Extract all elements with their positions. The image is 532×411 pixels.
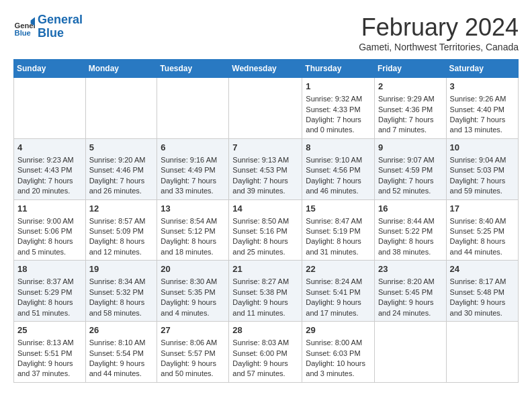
calendar-cell: 20Sunrise: 8:30 AM Sunset: 5:35 PM Dayli… [157, 261, 229, 322]
day-content: Sunrise: 8:03 AM Sunset: 6:00 PM Dayligh… [232, 338, 298, 379]
day-number: 10 [450, 142, 515, 154]
day-number: 3 [450, 81, 515, 93]
calendar-cell: 26Sunrise: 8:10 AM Sunset: 5:54 PM Dayli… [85, 322, 157, 383]
calendar-cell: 9Sunrise: 9:07 AM Sunset: 4:59 PM Daylig… [374, 138, 446, 199]
day-content: Sunrise: 9:13 AM Sunset: 4:53 PM Dayligh… [232, 155, 298, 197]
day-content: Sunrise: 8:30 AM Sunset: 5:35 PM Dayligh… [161, 277, 225, 318]
calendar-cell: 16Sunrise: 8:44 AM Sunset: 5:22 PM Dayli… [374, 199, 446, 261]
day-content: Sunrise: 9:00 AM Sunset: 5:06 PM Dayligh… [17, 216, 82, 258]
day-content: Sunrise: 8:24 AM Sunset: 5:41 PM Dayligh… [306, 277, 371, 318]
calendar-cell: 1Sunrise: 9:32 AM Sunset: 4:33 PM Daylig… [302, 78, 375, 139]
day-content: Sunrise: 8:00 AM Sunset: 6:03 PM Dayligh… [306, 338, 371, 379]
day-content: Sunrise: 8:57 AM Sunset: 5:09 PM Dayligh… [89, 216, 154, 258]
calendar-cell: 8Sunrise: 9:10 AM Sunset: 4:56 PM Daylig… [302, 138, 375, 199]
logo-icon: General Blue [13, 16, 35, 38]
day-number: 15 [306, 203, 371, 215]
day-number: 9 [378, 142, 443, 154]
day-number: 8 [306, 142, 371, 154]
day-content: Sunrise: 9:29 AM Sunset: 4:36 PM Dayligh… [378, 94, 443, 136]
col-wednesday: Wednesday [229, 60, 302, 78]
calendar-cell: 13Sunrise: 8:54 AM Sunset: 5:12 PM Dayli… [157, 199, 229, 261]
calendar-cell: 23Sunrise: 8:20 AM Sunset: 5:45 PM Dayli… [374, 261, 446, 322]
col-thursday: Thursday [302, 60, 375, 78]
calendar-cell: 15Sunrise: 8:47 AM Sunset: 5:19 PM Dayli… [302, 199, 375, 261]
day-number: 7 [232, 142, 298, 154]
calendar-cell: 5Sunrise: 9:20 AM Sunset: 4:46 PM Daylig… [85, 138, 157, 199]
day-content: Sunrise: 8:17 AM Sunset: 5:48 PM Dayligh… [450, 277, 515, 318]
col-tuesday: Tuesday [157, 60, 229, 78]
day-number: 11 [17, 203, 82, 215]
col-saturday: Saturday [446, 60, 518, 78]
calendar-week-1: 1Sunrise: 9:32 AM Sunset: 4:33 PM Daylig… [14, 78, 519, 139]
day-number: 29 [306, 324, 371, 336]
day-content: Sunrise: 8:50 AM Sunset: 5:16 PM Dayligh… [232, 216, 298, 258]
calendar-cell: 29Sunrise: 8:00 AM Sunset: 6:03 PM Dayli… [302, 322, 375, 383]
calendar-cell: 17Sunrise: 8:40 AM Sunset: 5:25 PM Dayli… [446, 199, 518, 261]
day-number: 1 [306, 81, 371, 93]
day-number: 20 [161, 263, 225, 275]
col-monday: Monday [85, 60, 157, 78]
day-content: Sunrise: 8:06 AM Sunset: 5:57 PM Dayligh… [161, 338, 225, 379]
calendar-cell: 21Sunrise: 8:27 AM Sunset: 5:38 PM Dayli… [229, 261, 302, 322]
calendar-table: Sunday Monday Tuesday Wednesday Thursday… [13, 59, 519, 383]
location-subtitle: Gameti, Northwest Territories, Canada [359, 42, 519, 52]
day-content: Sunrise: 9:16 AM Sunset: 4:49 PM Dayligh… [161, 155, 225, 197]
day-number: 19 [89, 263, 154, 275]
day-content: Sunrise: 8:13 AM Sunset: 5:51 PM Dayligh… [17, 338, 82, 379]
day-content: Sunrise: 9:32 AM Sunset: 4:33 PM Dayligh… [306, 94, 371, 136]
calendar-week-4: 18Sunrise: 8:37 AM Sunset: 5:29 PM Dayli… [14, 261, 519, 322]
day-number: 22 [306, 263, 371, 275]
logo-text: GeneralBlue [38, 13, 83, 40]
calendar-cell [446, 322, 518, 383]
calendar-cell: 6Sunrise: 9:16 AM Sunset: 4:49 PM Daylig… [157, 138, 229, 199]
day-content: Sunrise: 8:10 AM Sunset: 5:54 PM Dayligh… [89, 338, 154, 379]
day-number: 18 [17, 263, 82, 275]
logo: General Blue GeneralBlue [13, 13, 83, 40]
calendar-cell: 27Sunrise: 8:06 AM Sunset: 5:57 PM Dayli… [157, 322, 229, 383]
day-number: 24 [450, 263, 515, 275]
calendar-cell [374, 322, 446, 383]
calendar-cell: 18Sunrise: 8:37 AM Sunset: 5:29 PM Dayli… [14, 261, 86, 322]
day-content: Sunrise: 9:26 AM Sunset: 4:40 PM Dayligh… [450, 94, 515, 136]
calendar-cell: 11Sunrise: 9:00 AM Sunset: 5:06 PM Dayli… [14, 199, 86, 261]
day-number: 21 [232, 263, 298, 275]
day-number: 2 [378, 81, 443, 93]
day-number: 17 [450, 203, 515, 215]
calendar-cell [14, 78, 86, 139]
calendar-cell: 25Sunrise: 8:13 AM Sunset: 5:51 PM Dayli… [14, 322, 86, 383]
calendar-cell: 10Sunrise: 9:04 AM Sunset: 5:03 PM Dayli… [446, 138, 518, 199]
calendar-cell: 19Sunrise: 8:34 AM Sunset: 5:32 PM Dayli… [85, 261, 157, 322]
day-content: Sunrise: 9:23 AM Sunset: 4:43 PM Dayligh… [17, 155, 82, 197]
day-content: Sunrise: 9:04 AM Sunset: 5:03 PM Dayligh… [450, 155, 515, 197]
day-content: Sunrise: 8:27 AM Sunset: 5:38 PM Dayligh… [232, 277, 298, 318]
day-content: Sunrise: 8:34 AM Sunset: 5:32 PM Dayligh… [89, 277, 154, 318]
day-content: Sunrise: 8:20 AM Sunset: 5:45 PM Dayligh… [378, 277, 443, 318]
col-sunday: Sunday [14, 60, 86, 78]
calendar-cell: 28Sunrise: 8:03 AM Sunset: 6:00 PM Dayli… [229, 322, 302, 383]
calendar-header-row: Sunday Monday Tuesday Wednesday Thursday… [14, 60, 519, 78]
day-content: Sunrise: 8:54 AM Sunset: 5:12 PM Dayligh… [161, 216, 225, 258]
svg-text:Blue: Blue [15, 29, 31, 37]
day-content: Sunrise: 8:44 AM Sunset: 5:22 PM Dayligh… [378, 216, 443, 258]
day-number: 28 [232, 324, 298, 336]
day-content: Sunrise: 9:10 AM Sunset: 4:56 PM Dayligh… [306, 155, 371, 197]
day-number: 23 [378, 263, 443, 275]
calendar-week-5: 25Sunrise: 8:13 AM Sunset: 5:51 PM Dayli… [14, 322, 519, 383]
col-friday: Friday [374, 60, 446, 78]
day-number: 26 [89, 324, 154, 336]
day-number: 25 [17, 324, 82, 336]
calendar-cell: 22Sunrise: 8:24 AM Sunset: 5:41 PM Dayli… [302, 261, 375, 322]
day-content: Sunrise: 8:37 AM Sunset: 5:29 PM Dayligh… [17, 277, 82, 318]
day-number: 16 [378, 203, 443, 215]
day-number: 4 [17, 142, 82, 154]
day-number: 12 [89, 203, 154, 215]
day-number: 27 [161, 324, 225, 336]
title-block: February 2024 Gameti, Northwest Territor… [359, 13, 519, 52]
day-number: 5 [89, 142, 154, 154]
day-content: Sunrise: 8:40 AM Sunset: 5:25 PM Dayligh… [450, 216, 515, 258]
calendar-cell [157, 78, 229, 139]
calendar-cell [229, 78, 302, 139]
calendar-cell: 7Sunrise: 9:13 AM Sunset: 4:53 PM Daylig… [229, 138, 302, 199]
day-content: Sunrise: 8:47 AM Sunset: 5:19 PM Dayligh… [306, 216, 371, 258]
month-title: February 2024 [359, 13, 519, 42]
